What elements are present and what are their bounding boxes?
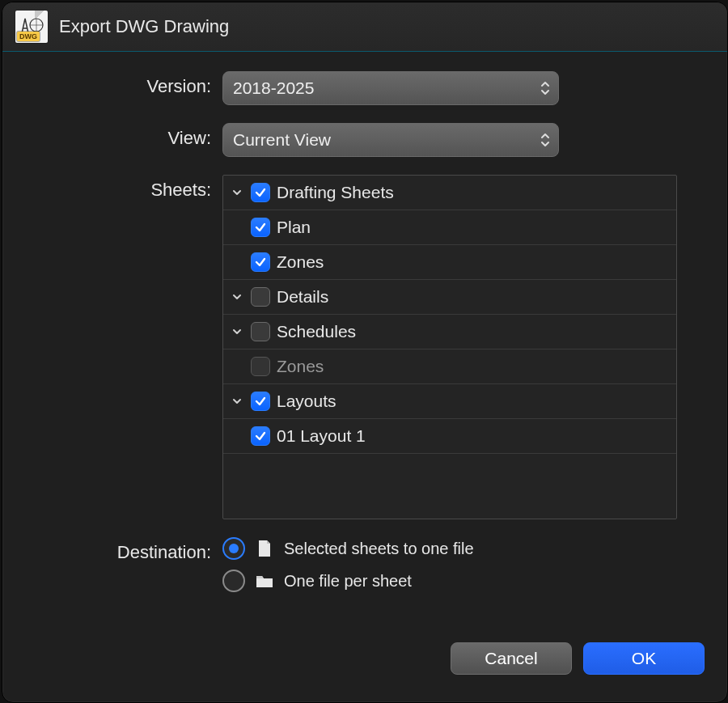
destination-option[interactable]: Selected sheets to one file [222,537,705,560]
view-row: View: Current View [25,123,705,157]
chevron-down-icon[interactable] [230,394,244,409]
item-label: 01 Layout 1 [277,426,366,446]
tree-group[interactable]: Details [223,280,676,315]
item-checkbox[interactable] [251,426,270,446]
updown-icon [539,131,552,149]
version-row: Version: 2018-2025 [25,71,705,105]
item-checkbox[interactable] [251,218,270,237]
tree-group[interactable]: Drafting Sheets [223,176,676,210]
dwg-file-icon: DWG [15,11,48,43]
group-checkbox[interactable] [251,322,270,341]
destination-row: Destination: Selected sheets to one file… [25,537,705,592]
chevron-down-icon[interactable] [230,185,244,200]
dialog-content: Version: 2018-2025 View: Current View [2,52,727,626]
item-checkbox [251,357,270,376]
destination-label: Destination: [25,537,211,563]
titlebar: DWG Export DWG Drawing [2,2,727,52]
sheets-label: Sheets: [25,175,211,201]
view-select-value: Current View [233,130,331,150]
group-checkbox[interactable] [251,287,270,307]
view-label: View: [25,123,211,149]
chevron-down-icon[interactable] [230,324,244,339]
destination-option-label: Selected sheets to one file [284,540,474,558]
destination-options: Selected sheets to one fileOne file per … [222,537,705,592]
group-label: Drafting Sheets [277,183,394,202]
destination-radio[interactable] [222,570,245,592]
icon-format-tag: DWG [17,32,40,41]
chevron-down-icon[interactable] [230,290,244,304]
dialog-footer: Cancel OK [2,626,727,702]
tree-filler [223,454,676,519]
window-title: Export DWG Drawing [59,16,229,37]
group-label: Details [277,287,328,307]
tree-group[interactable]: Layouts [223,384,676,419]
tree-group[interactable]: Schedules [223,315,676,349]
cancel-button[interactable]: Cancel [451,642,572,675]
item-label: Zones [277,252,324,272]
export-dwg-dialog: DWG Export DWG Drawing Version: 2018-202… [2,2,728,703]
item-label: Zones [277,357,324,376]
updown-icon [539,79,552,97]
version-select-value: 2018-2025 [233,78,314,98]
file-icon [255,539,274,558]
destination-radio[interactable] [222,537,245,560]
version-label: Version: [25,71,211,97]
tree-item[interactable]: Plan [223,210,676,245]
destination-option-label: One file per sheet [284,572,412,591]
group-label: Layouts [277,392,336,411]
item-checkbox[interactable] [251,252,270,272]
version-select[interactable]: 2018-2025 [222,71,559,105]
group-label: Schedules [277,322,356,341]
ok-button[interactable]: OK [583,642,705,675]
group-checkbox[interactable] [251,392,270,411]
view-select[interactable]: Current View [222,123,559,157]
tree-item: Zones [223,349,676,384]
tree-item[interactable]: 01 Layout 1 [223,419,676,454]
folder-icon [255,571,274,591]
group-checkbox[interactable] [251,183,270,202]
item-label: Plan [277,218,311,237]
sheets-tree[interactable]: Drafting SheetsPlanZonesDetailsSchedules… [222,175,677,519]
destination-option[interactable]: One file per sheet [222,570,705,592]
tree-item[interactable]: Zones [223,245,676,280]
sheets-row: Sheets: Drafting SheetsPlanZonesDetailsS… [25,175,705,519]
